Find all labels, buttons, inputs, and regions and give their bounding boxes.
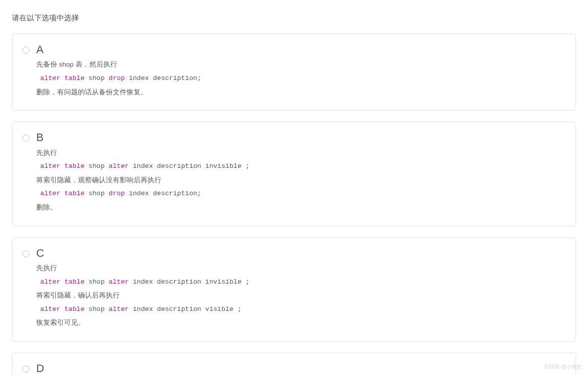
- option-text: 将索引隐藏，确认后再执行: [36, 290, 566, 301]
- option-letter: B: [36, 131, 566, 144]
- radio-icon[interactable]: [22, 366, 29, 373]
- radio-icon[interactable]: [22, 47, 29, 54]
- option-body: D备份 shop ，然后删除重建，重建时去掉 description 相关的索引…: [36, 362, 566, 375]
- option-text: 恢复索引可见。: [36, 317, 566, 328]
- watermark: CSDN @小慌慌: [544, 363, 582, 371]
- code-line: alter table shop alter index description…: [36, 304, 566, 315]
- option-text: 先备份 shop 表，然后执行: [36, 59, 566, 70]
- option-c[interactable]: C先执行 alter table shop alter index descri…: [12, 237, 576, 342]
- question-prompt: 请在以下选项中选择: [12, 12, 576, 24]
- option-text: 删除。: [36, 202, 566, 213]
- option-letter: D: [36, 362, 566, 375]
- option-body: C先执行 alter table shop alter index descri…: [36, 247, 566, 331]
- code-line: alter table shop alter index description…: [36, 161, 566, 172]
- option-letter: A: [36, 43, 566, 56]
- option-body: A先备份 shop 表，然后执行 alter table shop drop i…: [36, 43, 566, 100]
- radio-icon[interactable]: [22, 135, 29, 142]
- code-line: alter table shop drop index description;: [36, 188, 566, 199]
- code-line: alter table shop alter index description…: [36, 277, 566, 288]
- code-line: alter table shop drop index description;: [36, 73, 566, 84]
- option-letter: C: [36, 247, 566, 260]
- radio-icon[interactable]: [22, 250, 29, 257]
- option-text: 先执行: [36, 263, 566, 274]
- option-text: 先执行: [36, 148, 566, 158]
- option-text: 将索引隐藏，观察确认没有影响后再执行: [36, 175, 566, 186]
- option-body: B先执行 alter table shop alter index descri…: [36, 131, 566, 216]
- option-b[interactable]: B先执行 alter table shop alter index descri…: [12, 122, 576, 226]
- option-d[interactable]: D备份 shop ，然后删除重建，重建时去掉 description 相关的索引…: [12, 353, 576, 375]
- option-text: 删除，有问题的话从备份文件恢复。: [36, 87, 566, 98]
- options-list: A先备份 shop 表，然后执行 alter table shop drop i…: [12, 34, 576, 375]
- option-a[interactable]: A先备份 shop 表，然后执行 alter table shop drop i…: [12, 34, 576, 111]
